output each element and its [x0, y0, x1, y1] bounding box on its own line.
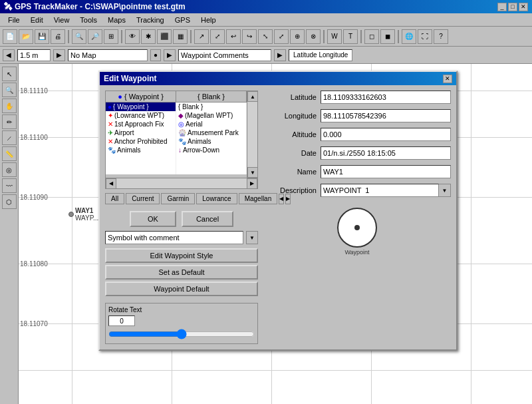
tab-current[interactable]: Current	[126, 193, 160, 204]
ok-button[interactable]: OK	[130, 211, 176, 227]
description-dropdown-btn[interactable]: ▼	[439, 184, 451, 197]
symbol-item-anchor[interactable]: ✕ Anchor Prohibited	[106, 137, 176, 146]
date-input[interactable]	[321, 146, 451, 160]
tool13[interactable]: T	[343, 29, 358, 44]
symbol-item-waypoint[interactable]: ● { Waypoint }	[106, 102, 176, 111]
new-button[interactable]: 📄	[3, 29, 17, 44]
sidebar-cursor-btn[interactable]: ↖	[2, 67, 17, 81]
tool2[interactable]: ⬛	[157, 29, 172, 44]
tool6[interactable]: ↩	[226, 29, 241, 44]
h-scroll-track[interactable]	[116, 178, 247, 188]
minimize-button[interactable]: _	[497, 3, 507, 11]
symbol-item-magellan[interactable]: ◆ (Magellan WPT)	[176, 111, 246, 120]
sidebar-waypoint-btn[interactable]: ◎	[2, 162, 17, 177]
tool9[interactable]: ⤢	[274, 29, 289, 44]
eye-button[interactable]: 👁	[125, 29, 140, 44]
rotate-slider[interactable]	[108, 329, 255, 339]
tab-lowrance[interactable]: Lowrance	[196, 193, 237, 204]
open-button[interactable]: 📂	[19, 29, 33, 44]
scale-right-btn[interactable]: ▶	[53, 49, 65, 61]
tool8[interactable]: ⤡	[258, 29, 273, 44]
menu-view[interactable]: View	[49, 15, 75, 25]
symbol-dropdown-input[interactable]	[105, 231, 243, 244]
name-input[interactable]	[321, 165, 451, 178]
scroll-up-btn[interactable]: ▲	[247, 91, 258, 102]
tool18[interactable]: ?	[434, 29, 448, 44]
cancel-button[interactable]: Cancel	[182, 211, 233, 227]
sidebar-hand-btn[interactable]: ✋	[2, 99, 17, 113]
save-button[interactable]: 💾	[35, 29, 49, 44]
rotate-value-input[interactable]	[108, 315, 135, 326]
longitude-input[interactable]	[321, 109, 451, 122]
tab-all[interactable]: All	[105, 193, 124, 204]
zoom-fit-button[interactable]: ⊞	[104, 29, 118, 44]
comments-btn[interactable]: ▶	[274, 49, 286, 61]
dialog-close-button[interactable]: ✕	[443, 75, 452, 83]
symbol-dropdown-btn[interactable]: ▼	[246, 231, 258, 244]
scroll-track[interactable]	[247, 102, 257, 167]
menu-help[interactable]: Help	[196, 15, 221, 25]
maximize-button[interactable]: □	[508, 3, 517, 11]
h-scroll-right[interactable]: ▶	[247, 178, 257, 189]
menu-gps[interactable]: GPS	[170, 15, 196, 25]
altitude-input[interactable]	[321, 128, 451, 141]
symbol-item-approach[interactable]: ✕ 1st Approach Fix	[106, 120, 176, 128]
zoom-out-button[interactable]: 🔎	[88, 29, 102, 44]
tab-garmin[interactable]: Garmin	[161, 193, 195, 204]
scale-left-btn[interactable]: ◀	[3, 49, 15, 61]
edit-waypoint-style-btn[interactable]: Edit Waypoint Style	[105, 248, 258, 263]
latitude-input[interactable]	[321, 91, 451, 104]
tool11[interactable]: ⊗	[306, 29, 321, 44]
zoom-in-button[interactable]: 🔍	[72, 29, 86, 44]
close-button[interactable]: ✕	[519, 3, 528, 11]
tool1[interactable]: ✱	[141, 29, 156, 44]
tool16[interactable]: 🌐	[402, 29, 416, 44]
menu-maps[interactable]: Maps	[102, 15, 131, 25]
sidebar-line-btn[interactable]: ⟋	[2, 130, 17, 145]
menu-file[interactable]: File	[3, 15, 25, 25]
symbol-item-blank[interactable]: { Blank }	[176, 102, 246, 111]
tool7[interactable]: ↪	[242, 29, 257, 44]
symbol-item-animals[interactable]: 🐾 Animals	[106, 146, 176, 154]
symbol-item-airport[interactable]: ✈ Airport	[106, 128, 176, 137]
tool10[interactable]: ⊕	[290, 29, 305, 44]
map-btn[interactable]: ●	[150, 49, 161, 61]
map-go-btn[interactable]: ▶	[164, 49, 176, 61]
symbol-item-arrow[interactable]: ↓ Arrow-Down	[176, 146, 246, 154]
sidebar-track-btn[interactable]: 〰	[2, 178, 17, 193]
symbol-item-amusement[interactable]: 🎡 Amusement Park	[176, 128, 246, 137]
set-default-btn[interactable]: Set as Default	[105, 265, 258, 280]
h-scroll-left[interactable]: ◀	[106, 178, 116, 189]
symbol-list-scrollbar[interactable]: ▲ ▼	[247, 91, 257, 178]
symbol-col-2[interactable]: { Blank } ◆ (Magellan WPT) ◎ Aerial	[176, 102, 247, 174]
menu-edit[interactable]: Edit	[25, 15, 49, 25]
sidebar-route-btn[interactable]: ⬡	[2, 194, 17, 209]
symbol-item-aerial[interactable]: ◎ Aerial	[176, 120, 246, 128]
menu-tools[interactable]: Tools	[74, 15, 102, 25]
h-scrollbar[interactable]: ◀ ▶	[106, 178, 257, 188]
waypoint-marker[interactable]: WAY1 WAYP...	[68, 207, 98, 222]
scale-input[interactable]	[17, 49, 51, 61]
symbol-col-1[interactable]: ● { Waypoint } ✦ (Lowrance WPT) ✕ 1st Ap…	[106, 102, 176, 174]
tool15[interactable]: ◼	[380, 29, 395, 44]
tool17[interactable]: ⛶	[418, 29, 432, 44]
tool12[interactable]: W	[327, 29, 342, 44]
waypoint-comments-input[interactable]	[178, 49, 271, 61]
tool3[interactable]: ▦	[173, 29, 188, 44]
tool14[interactable]: ◻	[364, 29, 379, 44]
sidebar-zoom-btn[interactable]: 🔍	[2, 83, 17, 97]
waypoint-default-btn[interactable]: Waypoint Default	[105, 282, 258, 296]
title-bar-controls[interactable]: _ □ ✕	[497, 3, 528, 11]
menu-tracking[interactable]: Tracking	[131, 15, 170, 25]
tool5[interactable]: ⤢	[210, 29, 225, 44]
tool4[interactable]: ↗	[194, 29, 209, 44]
scroll-down-btn[interactable]: ▼	[247, 167, 258, 178]
description-input[interactable]	[321, 184, 439, 197]
map-area[interactable]: 18.11110 18.11100 18.11090 18.11080 18.1…	[19, 64, 532, 404]
map-input[interactable]	[68, 49, 148, 61]
print-button[interactable]: 🖨	[51, 29, 65, 44]
symbol-item-lowrance[interactable]: ✦ (Lowrance WPT)	[106, 111, 176, 120]
symbol-item-animals2[interactable]: 🐾 Animals	[176, 137, 246, 146]
sidebar-pencil-btn[interactable]: ✏	[2, 114, 17, 129]
sidebar-measure-btn[interactable]: 📏	[2, 146, 17, 161]
